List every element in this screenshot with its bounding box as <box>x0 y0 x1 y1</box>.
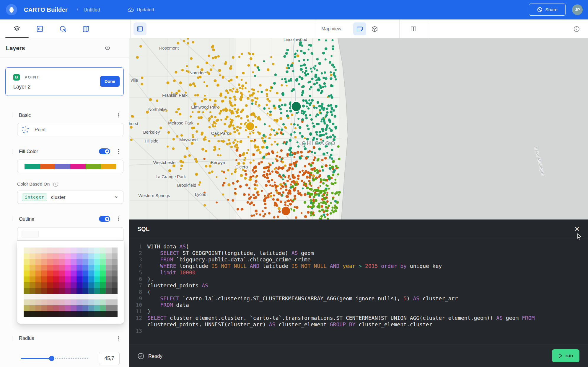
collapse-panel-button[interactable] <box>133 22 146 35</box>
color-swatch[interactable] <box>35 265 41 271</box>
color-swatch[interactable] <box>24 288 30 294</box>
color-swatch[interactable] <box>88 271 94 276</box>
color-swatch[interactable] <box>47 299 53 305</box>
color-swatch[interactable] <box>30 248 35 253</box>
color-swatch[interactable] <box>94 259 100 265</box>
color-swatch[interactable] <box>82 299 88 305</box>
outline-options-button[interactable] <box>115 215 123 223</box>
color-swatch[interactable] <box>30 259 35 265</box>
color-swatch[interactable] <box>24 259 30 265</box>
color-swatch[interactable] <box>24 248 30 253</box>
color-swatch[interactable] <box>47 311 53 317</box>
color-swatch[interactable] <box>106 282 112 288</box>
color-swatch[interactable] <box>41 253 47 259</box>
info-button[interactable] <box>570 22 583 35</box>
color-swatch[interactable] <box>94 271 100 276</box>
color-swatch[interactable] <box>41 259 47 265</box>
color-swatch[interactable] <box>47 305 53 311</box>
clear-field-button[interactable]: × <box>114 194 119 200</box>
color-swatch[interactable] <box>65 276 71 282</box>
color-swatch[interactable] <box>82 276 88 282</box>
color-swatch[interactable] <box>112 259 118 265</box>
color-swatch[interactable] <box>94 299 100 305</box>
run-query-button[interactable]: run <box>552 349 579 362</box>
color-swatch[interactable] <box>35 259 41 265</box>
color-swatch[interactable] <box>53 282 59 288</box>
color-swatch[interactable] <box>76 294 82 300</box>
color-swatch[interactable] <box>59 294 65 300</box>
color-swatch[interactable] <box>112 311 118 317</box>
color-swatch[interactable] <box>35 282 41 288</box>
radius-slider[interactable] <box>21 356 89 361</box>
color-swatch[interactable] <box>88 282 94 288</box>
color-swatch[interactable] <box>47 248 53 253</box>
color-swatch[interactable] <box>47 282 53 288</box>
color-swatch[interactable] <box>71 259 76 265</box>
color-swatch[interactable] <box>47 265 53 271</box>
radius-value-input[interactable]: 45,7 <box>99 352 120 365</box>
map-2d-view-button[interactable] <box>353 22 366 35</box>
color-swatch[interactable] <box>30 276 35 282</box>
color-swatch[interactable] <box>24 294 30 300</box>
color-swatch[interactable] <box>65 253 71 259</box>
color-swatch[interactable] <box>100 311 106 317</box>
info-icon[interactable]: i <box>53 182 58 187</box>
color-swatch[interactable] <box>35 253 41 259</box>
color-swatch[interactable] <box>41 282 47 288</box>
color-swatch[interactable] <box>112 299 118 305</box>
map-3d-view-button[interactable] <box>368 22 381 35</box>
color-swatch[interactable] <box>53 276 59 282</box>
color-swatch[interactable] <box>47 276 53 282</box>
color-swatch[interactable] <box>76 276 82 282</box>
color-swatch[interactable] <box>41 271 47 276</box>
color-swatch[interactable] <box>100 265 106 271</box>
color-swatch[interactable] <box>53 311 59 317</box>
color-swatch[interactable] <box>88 259 94 265</box>
color-swatch[interactable] <box>24 282 30 288</box>
color-swatch[interactable] <box>94 276 100 282</box>
color-swatch[interactable] <box>71 248 76 253</box>
color-swatch[interactable] <box>41 276 47 282</box>
color-swatch[interactable] <box>71 282 76 288</box>
color-swatch[interactable] <box>100 282 106 288</box>
color-swatch[interactable] <box>88 253 94 259</box>
basic-options-button[interactable] <box>115 111 123 119</box>
color-swatch[interactable] <box>30 294 35 300</box>
color-swatch[interactable] <box>106 248 112 253</box>
color-swatch[interactable] <box>100 248 106 253</box>
color-swatch[interactable] <box>41 265 47 271</box>
map-canvas[interactable]: LincolnwoodRosemontNorridgevilleFranklin… <box>129 38 588 219</box>
color-swatch[interactable] <box>106 276 112 282</box>
color-swatch[interactable] <box>65 305 71 311</box>
color-swatch[interactable] <box>35 299 41 305</box>
color-swatch[interactable] <box>76 259 82 265</box>
color-swatch[interactable] <box>88 305 94 311</box>
color-swatch[interactable] <box>71 276 76 282</box>
color-ramp-select[interactable] <box>17 160 123 173</box>
color-swatch[interactable] <box>53 248 59 253</box>
color-swatch[interactable] <box>24 253 30 259</box>
color-swatch[interactable] <box>59 259 65 265</box>
color-swatch[interactable] <box>59 265 65 271</box>
color-swatch[interactable] <box>76 248 82 253</box>
color-swatch[interactable] <box>35 288 41 294</box>
color-swatch[interactable] <box>112 294 118 300</box>
color-swatch[interactable] <box>94 288 100 294</box>
color-swatch[interactable] <box>35 276 41 282</box>
color-swatch[interactable] <box>100 253 106 259</box>
color-swatch[interactable] <box>30 299 35 305</box>
color-swatch[interactable] <box>53 299 59 305</box>
outline-color-select[interactable] <box>17 227 123 241</box>
color-swatch[interactable] <box>76 311 82 317</box>
color-swatch[interactable] <box>47 259 53 265</box>
tab-layers[interactable] <box>10 22 24 36</box>
color-swatch[interactable] <box>94 305 100 311</box>
color-swatch[interactable] <box>53 294 59 300</box>
color-swatch[interactable] <box>94 294 100 300</box>
color-swatch[interactable] <box>71 305 76 311</box>
color-swatch[interactable] <box>100 288 106 294</box>
color-swatch[interactable] <box>59 299 65 305</box>
color-swatch[interactable] <box>112 271 118 276</box>
color-swatch[interactable] <box>82 271 88 276</box>
color-swatch[interactable] <box>94 265 100 271</box>
